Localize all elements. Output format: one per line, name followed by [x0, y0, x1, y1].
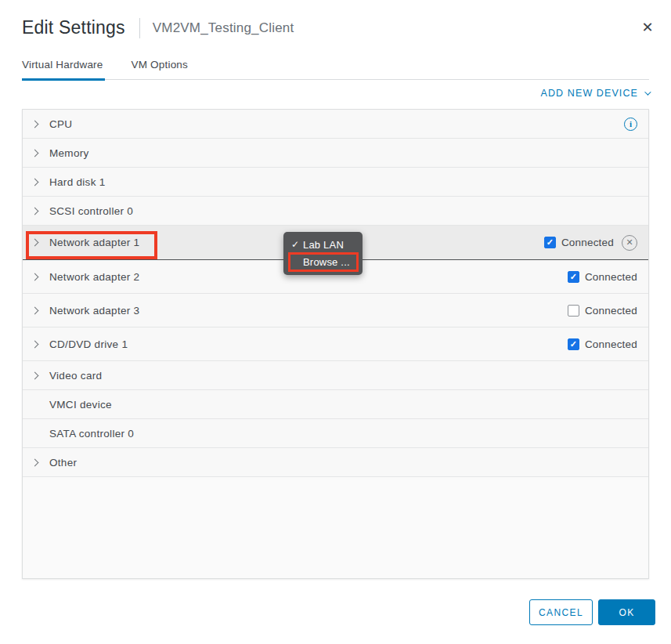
- edit-settings-dialog: Edit Settings VM2VM_Testing_Client ✕ Vir…: [0, 0, 671, 644]
- device-row-right: i: [624, 118, 637, 131]
- connected-checkbox[interactable]: [568, 271, 579, 283]
- dropdown-item[interactable]: Browse ...: [283, 253, 363, 270]
- header-divider: [139, 18, 140, 38]
- connected-label: Connected: [585, 271, 637, 283]
- chevron-right-icon[interactable]: [31, 340, 39, 348]
- device-row-label: Hard disk 1: [49, 176, 106, 188]
- device-row[interactable]: CPU i: [23, 110, 648, 139]
- chevron-right-icon[interactable]: [31, 207, 39, 215]
- device-row[interactable]: SATA controller 0: [23, 419, 648, 448]
- tab-bar: Virtual Hardware VM Options: [22, 59, 649, 80]
- connected-checkbox[interactable]: [568, 338, 579, 350]
- connected-label: Connected: [561, 237, 614, 248]
- device-row-label: Network adapter 2: [49, 271, 139, 283]
- remove-device-icon[interactable]: ✕: [622, 235, 637, 251]
- device-row[interactable]: Video card: [23, 361, 648, 390]
- chevron-right-icon[interactable]: [31, 149, 39, 157]
- device-row-label: CPU: [49, 118, 72, 130]
- device-list-filler: [23, 477, 648, 578]
- device-row-label: CD/DVD drive 1: [49, 338, 128, 350]
- dropdown-item-label: Lab LAN: [303, 239, 344, 251]
- device-row-label: Network adapter 3: [49, 305, 139, 317]
- tab-virtual-hardware[interactable]: Virtual Hardware: [22, 59, 105, 81]
- checkmark-icon: ✓: [291, 239, 302, 250]
- device-row[interactable]: CD/DVD drive 1 Connected: [23, 327, 648, 361]
- device-row-right: Connected: [568, 305, 637, 317]
- tab-vm-options[interactable]: VM Options: [132, 59, 190, 79]
- connected-checkbox[interactable]: [544, 237, 556, 248]
- device-row[interactable]: Memory: [23, 139, 648, 168]
- close-icon[interactable]: ✕: [640, 20, 655, 35]
- device-row[interactable]: Other: [23, 448, 648, 477]
- chevron-right-icon[interactable]: [31, 178, 39, 186]
- chevron-right-icon[interactable]: [31, 120, 39, 128]
- dialog-header: Edit Settings VM2VM_Testing_Client: [22, 17, 294, 38]
- device-row-label: Video card: [49, 370, 102, 382]
- toolbar: ADD NEW DEVICE: [541, 88, 649, 99]
- dialog-footer: CANCEL OK: [529, 599, 655, 625]
- chevron-right-icon[interactable]: [31, 239, 39, 247]
- chevron-down-icon[interactable]: [644, 89, 651, 95]
- device-row-right: Connected: [568, 271, 637, 283]
- chevron-right-icon[interactable]: [31, 306, 39, 314]
- ok-button[interactable]: OK: [598, 599, 655, 625]
- device-row-label: Memory: [49, 147, 89, 159]
- chevron-right-icon[interactable]: [31, 371, 39, 379]
- device-row[interactable]: Network adapter 3 Connected: [23, 294, 648, 327]
- device-row-right: Connected ✕: [544, 235, 637, 251]
- connected-label: Connected: [585, 338, 637, 350]
- annotation-box: [288, 252, 359, 272]
- device-row-label: SATA controller 0: [49, 428, 134, 440]
- device-row-label: Network adapter 1: [49, 237, 139, 248]
- device-row[interactable]: SCSI controller 0: [23, 197, 648, 226]
- device-list: CPU i Memory Hard disk 1 SCSI contro: [22, 109, 649, 579]
- add-new-device-button[interactable]: ADD NEW DEVICE: [541, 88, 638, 99]
- chevron-right-icon[interactable]: [31, 273, 39, 280]
- chevron-right-icon[interactable]: [31, 458, 39, 466]
- network-dropdown: ✓ Lab LAN Browse ...: [283, 232, 363, 275]
- dropdown-item[interactable]: ✓ Lab LAN: [283, 236, 363, 253]
- device-row-right: Connected: [568, 338, 637, 350]
- device-row[interactable]: Hard disk 1: [23, 168, 648, 197]
- device-row-label: VMCI device: [49, 399, 112, 411]
- connected-label: Connected: [585, 305, 637, 317]
- connected-checkbox[interactable]: [568, 305, 579, 317]
- vm-name: VM2VM_Testing_Client: [153, 20, 294, 36]
- dialog-title: Edit Settings: [22, 17, 125, 38]
- device-row[interactable]: VMCI device: [23, 390, 648, 419]
- cancel-button[interactable]: CANCEL: [529, 599, 593, 625]
- device-row-label: SCSI controller 0: [49, 205, 133, 217]
- device-row-label: Other: [49, 457, 77, 469]
- info-icon[interactable]: i: [624, 118, 637, 131]
